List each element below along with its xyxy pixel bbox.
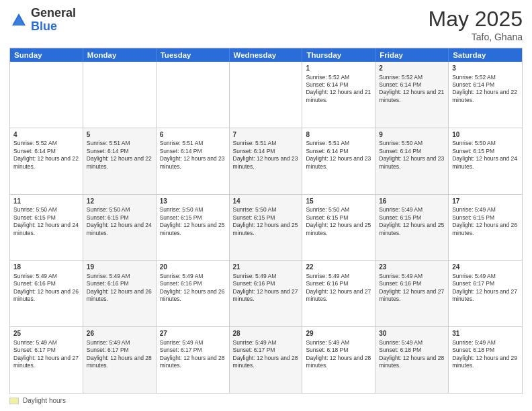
day-info: Sunrise: 5:50 AM Sunset: 6:15 PM Dayligh… <box>452 140 517 169</box>
month-title: May 2025 <box>428 7 523 32</box>
calendar-cell: 28Sunrise: 5:49 AM Sunset: 6:17 PM Dayli… <box>230 327 303 393</box>
day-number: 1 <box>306 64 371 73</box>
day-info: Sunrise: 5:52 AM Sunset: 6:14 PM Dayligh… <box>452 74 517 103</box>
day-info: Sunrise: 5:49 AM Sunset: 6:16 PM Dayligh… <box>233 273 298 302</box>
day-info: Sunrise: 5:49 AM Sunset: 6:17 PM Dayligh… <box>160 339 225 369</box>
weekday-header: Tuesday <box>157 48 230 62</box>
weekday-header: Friday <box>375 48 449 62</box>
weekday-header: Sunday <box>10 48 83 62</box>
day-number: 5 <box>87 130 152 140</box>
daylight-label: Daylight hours <box>23 397 66 404</box>
day-info: Sunrise: 5:52 AM Sunset: 6:14 PM Dayligh… <box>13 140 79 169</box>
day-number: 31 <box>452 329 519 338</box>
calendar-cell: 17Sunrise: 5:49 AM Sunset: 6:15 PM Dayli… <box>449 195 522 261</box>
calendar-cell: 13Sunrise: 5:50 AM Sunset: 6:15 PM Dayli… <box>157 195 230 261</box>
daylight-legend-box <box>9 398 19 404</box>
calendar-cell <box>157 62 230 128</box>
logo-general: General <box>31 6 76 19</box>
weekday-header: Saturday <box>449 48 522 62</box>
day-number: 16 <box>379 197 445 206</box>
day-number: 24 <box>452 263 519 272</box>
calendar-cell: 24Sunrise: 5:49 AM Sunset: 6:17 PM Dayli… <box>449 261 522 326</box>
calendar-cell: 29Sunrise: 5:49 AM Sunset: 6:18 PM Dayli… <box>302 327 375 393</box>
day-info: Sunrise: 5:49 AM Sunset: 6:16 PM Dayligh… <box>13 273 79 302</box>
day-info: Sunrise: 5:51 AM Sunset: 6:14 PM Dayligh… <box>233 140 298 169</box>
day-number: 18 <box>13 263 79 272</box>
calendar-cell: 15Sunrise: 5:50 AM Sunset: 6:15 PM Dayli… <box>302 195 375 261</box>
title-block: May 2025 Tafo, Ghana <box>428 7 523 42</box>
calendar: SundayMondayTuesdayWednesdayThursdayFrid… <box>9 48 523 394</box>
calendar-row: 4Sunrise: 5:52 AM Sunset: 6:14 PM Daylig… <box>10 128 522 195</box>
day-number: 2 <box>379 64 445 73</box>
day-number: 15 <box>306 197 371 206</box>
calendar-cell: 3Sunrise: 5:52 AM Sunset: 6:14 PM Daylig… <box>449 62 522 128</box>
calendar-row: 18Sunrise: 5:49 AM Sunset: 6:16 PM Dayli… <box>10 261 522 327</box>
day-info: Sunrise: 5:49 AM Sunset: 6:17 PM Dayligh… <box>233 339 298 369</box>
day-info: Sunrise: 5:49 AM Sunset: 6:16 PM Dayligh… <box>160 273 225 302</box>
calendar-cell: 7Sunrise: 5:51 AM Sunset: 6:14 PM Daylig… <box>230 128 303 194</box>
day-info: Sunrise: 5:49 AM Sunset: 6:18 PM Dayligh… <box>452 339 517 369</box>
day-number: 4 <box>13 130 79 140</box>
day-number: 17 <box>452 197 519 206</box>
day-number: 7 <box>233 130 299 140</box>
day-info: Sunrise: 5:50 AM Sunset: 6:15 PM Dayligh… <box>306 206 371 236</box>
calendar-cell: 6Sunrise: 5:51 AM Sunset: 6:14 PM Daylig… <box>157 128 230 194</box>
day-info: Sunrise: 5:49 AM Sunset: 6:17 PM Dayligh… <box>13 339 79 369</box>
logo-blue: Blue <box>31 19 57 33</box>
calendar-body: 1Sunrise: 5:52 AM Sunset: 6:14 PM Daylig… <box>10 62 522 393</box>
calendar-cell: 10Sunrise: 5:50 AM Sunset: 6:15 PM Dayli… <box>449 128 522 194</box>
day-info: Sunrise: 5:51 AM Sunset: 6:14 PM Dayligh… <box>306 140 371 169</box>
calendar-cell <box>83 62 157 128</box>
day-info: Sunrise: 5:49 AM Sunset: 6:18 PM Dayligh… <box>306 339 371 369</box>
day-info: Sunrise: 5:50 AM Sunset: 6:15 PM Dayligh… <box>160 206 225 236</box>
day-number: 25 <box>13 329 79 338</box>
calendar-cell <box>10 62 83 128</box>
day-number: 29 <box>306 329 371 338</box>
day-number: 6 <box>160 130 226 140</box>
day-info: Sunrise: 5:49 AM Sunset: 6:17 PM Dayligh… <box>87 339 152 369</box>
header: General Blue May 2025 Tafo, Ghana <box>9 7 523 42</box>
weekday-header: Monday <box>83 48 157 62</box>
calendar-cell: 2Sunrise: 5:52 AM Sunset: 6:14 PM Daylig… <box>375 62 449 128</box>
day-number: 19 <box>87 263 152 272</box>
day-number: 10 <box>452 130 519 140</box>
day-info: Sunrise: 5:52 AM Sunset: 6:14 PM Dayligh… <box>379 74 444 103</box>
day-info: Sunrise: 5:49 AM Sunset: 6:16 PM Dayligh… <box>87 273 152 302</box>
day-info: Sunrise: 5:49 AM Sunset: 6:16 PM Dayligh… <box>379 273 444 302</box>
calendar-header-row: SundayMondayTuesdayWednesdayThursdayFrid… <box>10 48 522 62</box>
day-number: 27 <box>160 329 226 338</box>
day-number: 14 <box>233 197 299 206</box>
calendar-row: 25Sunrise: 5:49 AM Sunset: 6:17 PM Dayli… <box>10 327 522 393</box>
weekday-header: Wednesday <box>230 48 303 62</box>
calendar-row: 1Sunrise: 5:52 AM Sunset: 6:14 PM Daylig… <box>10 62 522 128</box>
calendar-cell: 25Sunrise: 5:49 AM Sunset: 6:17 PM Dayli… <box>10 327 83 393</box>
calendar-cell: 12Sunrise: 5:50 AM Sunset: 6:15 PM Dayli… <box>83 195 157 261</box>
calendar-cell: 23Sunrise: 5:49 AM Sunset: 6:16 PM Dayli… <box>375 261 449 326</box>
day-number: 3 <box>452 64 519 73</box>
weekday-header: Thursday <box>302 48 375 62</box>
calendar-cell: 4Sunrise: 5:52 AM Sunset: 6:14 PM Daylig… <box>10 128 83 194</box>
day-number: 13 <box>160 197 226 206</box>
day-info: Sunrise: 5:51 AM Sunset: 6:14 PM Dayligh… <box>160 140 225 169</box>
calendar-cell: 8Sunrise: 5:51 AM Sunset: 6:14 PM Daylig… <box>302 128 375 194</box>
day-info: Sunrise: 5:50 AM Sunset: 6:15 PM Dayligh… <box>87 206 152 236</box>
day-info: Sunrise: 5:49 AM Sunset: 6:15 PM Dayligh… <box>452 206 517 236</box>
calendar-cell: 20Sunrise: 5:49 AM Sunset: 6:16 PM Dayli… <box>157 261 230 326</box>
day-number: 9 <box>379 130 445 140</box>
footer: Daylight hours <box>9 397 523 404</box>
generalblue-logo-icon <box>9 11 28 30</box>
logo: General Blue <box>9 7 76 34</box>
calendar-row: 11Sunrise: 5:50 AM Sunset: 6:15 PM Dayli… <box>10 195 522 261</box>
day-info: Sunrise: 5:49 AM Sunset: 6:18 PM Dayligh… <box>379 339 444 369</box>
day-info: Sunrise: 5:49 AM Sunset: 6:16 PM Dayligh… <box>306 273 371 302</box>
day-number: 21 <box>233 263 299 272</box>
calendar-cell: 11Sunrise: 5:50 AM Sunset: 6:15 PM Dayli… <box>10 195 83 261</box>
day-number: 8 <box>306 130 371 140</box>
day-number: 11 <box>13 197 79 206</box>
calendar-cell: 14Sunrise: 5:50 AM Sunset: 6:15 PM Dayli… <box>230 195 303 261</box>
day-info: Sunrise: 5:50 AM Sunset: 6:15 PM Dayligh… <box>13 206 79 236</box>
calendar-cell: 19Sunrise: 5:49 AM Sunset: 6:16 PM Dayli… <box>83 261 157 326</box>
day-number: 28 <box>233 329 299 338</box>
day-number: 12 <box>87 197 152 206</box>
day-info: Sunrise: 5:49 AM Sunset: 6:17 PM Dayligh… <box>452 273 517 302</box>
